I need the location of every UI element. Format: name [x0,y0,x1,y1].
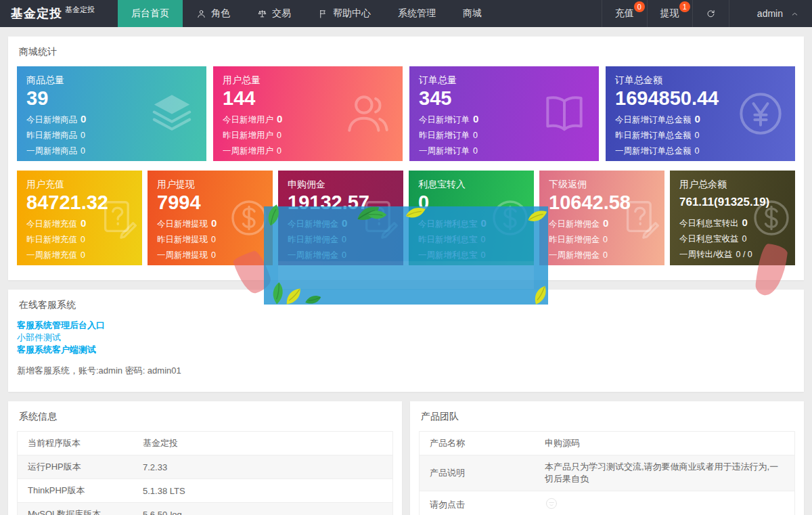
stat-subrow-label: 今日利息宝收益 [679,234,739,244]
table-row-label: 产品名称 [420,432,535,455]
stat-subrow-value: 0 [277,131,281,140]
stat-card-stats_panel.big_cards-3: 订单总金额1694850.44今日新增订单总金额0昨日新增订单总金额0一周新增订… [606,66,795,161]
service-link-2[interactable]: 客服系统客户端测试 [17,344,795,356]
table-row-label: 请勿点击 [420,491,535,515]
notification-badge: 0 [634,1,645,12]
dollar-circle-icon [750,197,792,239]
stat-subrow-value: 0 [473,113,478,125]
stat-subrow-label: 今日新增用户 [223,115,273,125]
stat-card-subrow: 一周新增充值0 [26,248,133,263]
table-row: 请勿点击 [420,491,795,515]
stat-subrow-value: 0 [81,131,85,140]
nav-menu-item-0[interactable]: 后台首页 [118,0,183,27]
blocked-image-icon[interactable] [545,497,558,510]
stat-subrow-value: 0 [81,146,85,156]
user-icon [742,9,752,19]
table-row-value: 5.1.38 LTS [133,479,393,503]
service-note: 新增客服系统，账号:admin 密码: admin01 [17,365,795,377]
service-link-0[interactable]: 客服系统管理后台入口 [17,319,795,332]
table-row: 运行PHP版本7.2.33 [18,455,393,479]
nav-menu-item-label: 帮助中心 [333,7,371,20]
stat-card-title: 下级返佣 [549,179,655,191]
nav-item-user-menu[interactable]: admin [729,0,812,27]
stat-card-stats_panel.small_cards-0: 用户充值84721.32今日新增充值0昨日新增充值0一周新增充值0 [17,171,142,265]
table-value-text: 7.2.33 [143,462,167,472]
table-row-value: 申购源码 [535,432,795,455]
stat-card-title: 用户总量 [223,74,393,87]
stat-subrow-label: 昨日新增用户 [223,131,273,140]
product-team-panel: 产品团队 产品名称申购源码产品说明本产品只为学习测试交流,请勿要做商业或者用于违… [410,401,804,515]
table-row-value: 本产品只为学习测试交流,请勿要做商业或者用于违法行为,一切后果自负 [535,455,795,491]
book-icon [539,89,589,139]
nav-right: 充值0提现1 admin [602,0,812,27]
overlay-watermark-band [278,261,534,289]
stat-subrow-value: 0 [695,113,700,125]
nav-menu-item-label: 交易 [272,7,291,20]
mall-stats-title: 商城统计 [8,37,804,58]
nav-menu-item-2[interactable]: 交易 [244,0,304,27]
table-value-text: 5.6.50-log [143,510,182,515]
table-value-text: 5.1.38 LTS [143,486,185,496]
stat-card-subrow: 一周新增佣金0 [549,248,655,263]
stat-subrow-value: 0 [211,250,216,260]
stat-subrow-value: 0 [277,113,282,125]
top-navbar: 基金定投 基金定投 后台首页角色交易帮助中心系统管理商城 充值0提现1 admi… [0,0,812,27]
stat-card-stats_panel.small_cards-4: 下级返佣10642.58今日新增佣金0昨日新增佣金0一周新增佣金0 [539,171,664,265]
users-icon [343,89,393,139]
nav-right-item-label: 充值 [615,7,634,20]
stat-subrow-label: 昨日新增佣金 [549,235,600,244]
stat-subrow-label: 今日新增订单 [419,115,470,125]
yen-circle-icon [736,89,786,139]
table-row-label: MySQL数据库版本 [18,503,133,515]
table-row-label: 产品说明 [420,455,535,491]
stat-card-subrow: 一周新增商品0 [26,143,197,159]
stat-subrow-label: 一周新增订单 [419,146,470,156]
product-team-table: 产品名称申购源码产品说明本产品只为学习测试交流,请勿要做商业或者用于违法行为,一… [419,431,795,515]
table-row-value [535,491,795,515]
stat-subrow-label: 今日新增佣金 [549,219,600,229]
system-info-table: 当前程序版本基金定投运行PHP版本7.2.33ThinkPHP版本5.1.38 … [17,431,393,515]
notification-badge: 1 [679,1,690,12]
stat-card-title: 用户充值 [26,179,133,191]
nav-menu-item-label: 角色 [211,7,230,20]
nav-right-item-1[interactable]: 提现1 [647,0,692,27]
stat-card-title: 订单总金额 [615,74,786,87]
stat-subrow-label: 一周新增商品 [26,146,77,156]
stat-subrow-value: 0 [81,235,85,244]
stat-card-subrow: 一周新增订单总金额0 [615,143,786,159]
nav-menu-item-5[interactable]: 商城 [449,0,495,27]
app-logo[interactable]: 基金定投 基金定投 [0,0,118,27]
refresh-icon [706,9,716,19]
stat-subrow-value: 0 [81,250,85,260]
nav-menu-item-1[interactable]: 角色 [183,0,244,27]
stat-subrow-value: 0 [603,235,608,244]
bottom-panels: 系统信息 当前程序版本基金定投运行PHP版本7.2.33ThinkPHP版本5.… [8,401,804,515]
stat-card-title: 用户总余额 [679,179,786,191]
nav-right-item-0[interactable]: 充值0 [602,0,647,27]
table-row: 产品名称申购源码 [420,432,795,455]
nav-menu-item-label: 后台首页 [131,7,169,20]
stat-subrow-value: 0 [211,235,216,244]
stat-subrow-value: 0 [277,146,281,156]
table-value-text: 基金定投 [143,438,178,448]
service-link-1[interactable]: 小部件测试 [17,332,795,344]
table-row-label: 运行PHP版本 [18,455,133,479]
stat-card-stats_panel.big_cards-0: 商品总量39今日新增商品0昨日新增商品0一周新增商品0 [17,66,206,161]
stat-subrow-value: 0 [695,146,700,156]
stat-subrow-value: 0 [473,146,478,156]
refresh-button[interactable] [692,0,729,27]
stat-subrow-value: 0 [742,217,748,228]
stat-subrow-label: 一周新增用户 [223,146,273,156]
table-row-value: 7.2.33 [133,455,393,479]
stat-card-subrow: 一周新增用户0 [223,143,393,159]
stat-subrow-label: 一周新增充值 [26,250,77,260]
stat-card-subrow: 一周新增订单0 [419,143,589,159]
table-row-label: 当前程序版本 [18,432,133,455]
table-value-text: 本产品只为学习测试交流,请勿要做商业或者用于违法行为,一切后果自负 [545,462,778,484]
stat-subrow-value: 0 [473,131,478,140]
nav-menu-item-4[interactable]: 系统管理 [384,0,449,27]
stat-card-stats_panel.big_cards-1: 用户总量144今日新增用户0昨日新增用户0一周新增用户0 [213,66,403,161]
table-row: 当前程序版本基金定投 [18,432,393,455]
stat-card-title: 利息宝转入 [418,179,524,191]
nav-menu-item-3[interactable]: 帮助中心 [304,0,384,27]
